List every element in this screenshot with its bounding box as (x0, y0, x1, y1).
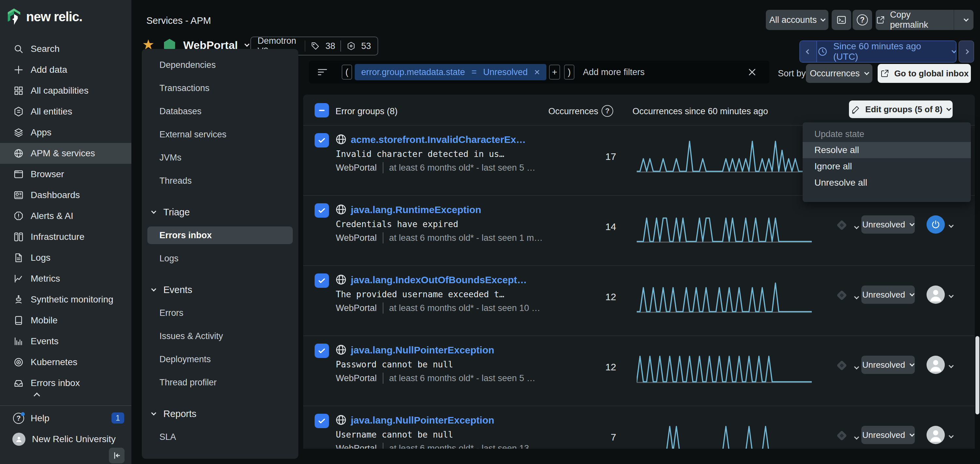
sidebar-item-synthetic-monitoring[interactable]: Synthetic monitoring (0, 289, 131, 310)
chevron-down-icon[interactable] (949, 363, 953, 369)
row-checkbox[interactable] (315, 133, 329, 147)
permalink-menu-button[interactable] (959, 19, 974, 21)
menu-item-unresolve-all[interactable]: Unresolve all (803, 175, 971, 191)
query-console-button[interactable] (832, 10, 851, 30)
sidebar-item-events[interactable]: Events (0, 331, 131, 352)
jira-diamond-icon[interactable] (835, 218, 849, 232)
chevron-up-icon[interactable] (35, 394, 39, 399)
menu-item-ignore-all[interactable]: Ignore all (803, 158, 971, 175)
hexlist-icon (13, 106, 24, 117)
chevron-down-icon[interactable] (949, 293, 953, 298)
time-forward-button[interactable] (958, 40, 974, 63)
sidebar-item-all-capabilities[interactable]: All capabilities (0, 80, 131, 101)
subnav-item-thread-profiler[interactable]: Thread profiler (142, 371, 298, 394)
sidebar-item-help[interactable]: ?Help1 (0, 408, 131, 429)
error-group-link[interactable]: java.lang.NullPointerException (351, 415, 494, 426)
chevron-down-icon[interactable] (855, 294, 858, 300)
error-group-link[interactable]: acme.storefront.InvalidCharacterEx… (351, 134, 526, 145)
new-relic-logo[interactable]: new relic. (6, 8, 82, 26)
global-inbox-label: Go to global inbox (894, 69, 969, 79)
subnav-item-logs[interactable]: Logs (142, 247, 298, 270)
occurrences-column-header[interactable]: Occurrences (522, 106, 598, 116)
error-group-link[interactable]: java.lang.IndexOutOfBoundsExcept… (351, 274, 527, 285)
subnav-section-triage[interactable]: Triage (142, 201, 298, 224)
sidebar-item-logs[interactable]: Logs (0, 247, 131, 268)
help-button[interactable]: ? (853, 10, 872, 30)
subnav-item-sla[interactable]: SLA (142, 426, 298, 449)
sort-dropdown[interactable]: Occurrences (806, 64, 872, 83)
subnav-section-events[interactable]: Events (142, 278, 298, 301)
chevron-down-icon[interactable] (949, 433, 953, 439)
sidebar-item-all-entities[interactable]: All entities (0, 101, 131, 122)
sidebar-item-mobile[interactable]: Mobile (0, 310, 131, 331)
filter-token[interactable]: error.group.metadata.state = Unresolved … (355, 64, 546, 80)
subnav-item-databases[interactable]: Databases (142, 100, 298, 123)
divider (0, 405, 131, 406)
subnav-section-reports[interactable]: Reports (142, 402, 298, 426)
chevron-down-icon[interactable] (855, 224, 858, 230)
jira-diamond-icon[interactable] (835, 288, 849, 303)
sidebar-item-infrastructure[interactable]: Infrastructure (0, 226, 131, 247)
clear-filters-icon[interactable] (746, 67, 758, 78)
chevron-down-icon[interactable] (949, 223, 953, 228)
error-group-link[interactable]: java.lang.NullPointerException (351, 344, 494, 356)
assignee-avatar[interactable] (926, 215, 945, 234)
copy-permalink-button[interactable]: Copy permalink (876, 10, 974, 30)
sidebar-item-new-relic-university[interactable]: New Relic University (0, 429, 131, 450)
subnav-item-external-services[interactable]: External services (142, 123, 298, 146)
status-dropdown[interactable]: Unresolved (861, 356, 915, 374)
row-checkbox[interactable] (315, 273, 329, 288)
collapse-sidebar-button[interactable] (109, 448, 124, 463)
accounts-dropdown[interactable]: All accounts (766, 10, 829, 30)
subnav-item-jvms[interactable]: JVMs (142, 146, 298, 169)
row-checkbox[interactable] (315, 203, 329, 218)
jira-diamond-icon[interactable] (835, 358, 849, 373)
jira-diamond-icon[interactable] (835, 429, 849, 443)
subnav-item-errors-inbox[interactable]: Errors inbox (147, 226, 293, 244)
row-checkbox[interactable] (315, 344, 329, 358)
main-sidebar: new relic. Search Add data All capabilit… (0, 0, 131, 464)
chevron-down-icon[interactable] (855, 364, 858, 370)
select-all-checkbox[interactable] (315, 103, 329, 118)
subnav-item-transactions[interactable]: Transactions (142, 77, 298, 100)
status-dropdown[interactable]: Unresolved (861, 285, 915, 304)
status-dropdown[interactable]: Unresolved (861, 426, 915, 444)
assignee-avatar[interactable] (926, 285, 945, 304)
subnav-item-deployments[interactable]: Deployments (142, 348, 298, 371)
add-more-filters-input[interactable]: Add more filters (583, 67, 644, 77)
time-back-button[interactable] (800, 41, 817, 62)
sidebar-item-search[interactable]: Search (0, 38, 131, 59)
sidebar-item-apps[interactable]: Apps (0, 122, 131, 143)
scrollbar-thumb[interactable] (975, 336, 979, 415)
service-name: WebPortal (336, 443, 377, 449)
row-checkbox[interactable] (315, 414, 329, 428)
status-dropdown[interactable]: Unresolved (861, 215, 915, 234)
sidebar-item-dashboards[interactable]: Dashboards (0, 185, 131, 206)
sidebar-item-alerts-ai[interactable]: Alerts & AI (0, 206, 131, 226)
assignee-avatar[interactable] (926, 426, 945, 444)
sidebar-item-apm-services[interactable]: APM & services (0, 143, 131, 164)
subnav-item-threads[interactable]: Threads (142, 169, 298, 193)
remove-filter-icon[interactable]: × (535, 67, 540, 78)
sidebar-item-kubernetes[interactable]: Kubernetes (0, 352, 131, 373)
error-meta: WebPortal at least 6 months old* - last … (336, 443, 540, 449)
chevron-down-icon[interactable] (855, 434, 858, 440)
go-to-global-inbox-button[interactable]: Go to global inbox (878, 64, 971, 83)
chevron-down-icon (821, 16, 826, 22)
menu-item-resolve-all[interactable]: Resolve all (803, 142, 971, 158)
add-condition-button[interactable]: + (549, 65, 560, 80)
subnav-item-dependencies[interactable]: Dependencies (142, 54, 298, 77)
subnav-item-issues-activity[interactable]: Issues & Activity (142, 325, 298, 348)
sidebar-item-metrics[interactable]: Metrics (0, 268, 131, 289)
edit-groups-button[interactable]: Edit groups (5 of 8) (849, 100, 953, 118)
paren-close-token[interactable]: ) (564, 65, 574, 80)
assignee-avatar[interactable] (926, 356, 945, 374)
time-range-dropdown[interactable]: Since 60 minutes ago (UTC) (817, 41, 956, 62)
paren-open-token[interactable]: ( (342, 65, 352, 80)
sidebar-item-browser[interactable]: Browser (0, 164, 131, 185)
sidebar-item-errors-inbox[interactable]: Errors inbox (0, 373, 131, 394)
sidebar-item-add-data[interactable]: Add data (0, 59, 131, 80)
error-group-link[interactable]: java.lang.RuntimeException (351, 204, 481, 215)
subnav-item-errors[interactable]: Errors (142, 301, 298, 325)
help-circle-icon[interactable]: ? (601, 105, 613, 117)
